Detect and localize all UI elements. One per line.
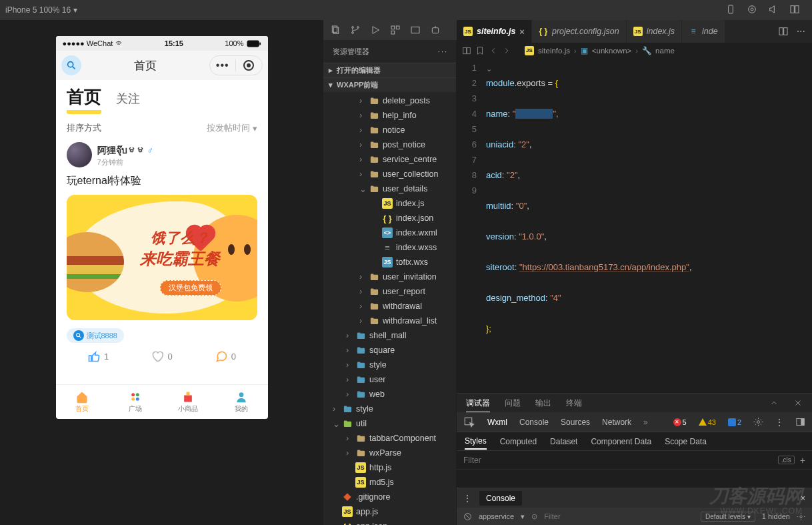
files-icon[interactable] <box>330 25 341 35</box>
tree-node[interactable]: ›user_report <box>323 284 456 299</box>
menu-dots-icon[interactable]: ••• <box>210 59 236 71</box>
tree-node[interactable]: ›shell_mall <box>323 328 456 343</box>
close-icon[interactable]: × <box>519 27 525 37</box>
tabbar-shop[interactable]: 小商品 <box>162 385 215 419</box>
tree-node[interactable]: JSmd5.js <box>323 475 456 490</box>
styletab-styles[interactable]: Styles <box>465 436 487 450</box>
add-rule-icon[interactable]: + <box>800 455 805 466</box>
cls-toggle[interactable]: .cls <box>778 456 795 464</box>
styletab-computed[interactable]: Computed <box>500 437 537 446</box>
robot-icon[interactable] <box>430 25 441 35</box>
devtab-wxml[interactable]: Wxml <box>487 418 507 427</box>
search-button[interactable] <box>61 55 81 75</box>
hidden-count[interactable]: 1 hidden <box>762 512 790 520</box>
tree-node[interactable]: ⌄util <box>323 416 456 431</box>
devtab-console[interactable]: Console <box>519 418 549 427</box>
kebab-icon[interactable]: ⋮ <box>775 418 783 427</box>
split-editor-icon[interactable] <box>778 26 789 37</box>
tree-node[interactable]: ›withdrawal <box>323 299 456 314</box>
like-button[interactable]: 1 <box>87 350 109 363</box>
styletab-component[interactable]: Component Data <box>591 437 651 446</box>
info-badge[interactable]: 2 <box>728 418 741 426</box>
forward-icon[interactable] <box>502 46 511 55</box>
gear-icon[interactable] <box>797 512 805 521</box>
breadcrumb-scope2[interactable]: name <box>655 47 675 55</box>
gear-icon[interactable] <box>753 417 763 427</box>
tree-node[interactable]: ›web <box>323 387 456 402</box>
tab-project-config[interactable]: { }project.config.json <box>532 20 627 43</box>
tree-node[interactable]: ⌄user_details <box>323 181 456 196</box>
code-editor[interactable]: 123456789 ⌄ module.exports = { name: "",… <box>457 59 812 393</box>
tree-node[interactable]: ›tabbarComponent <box>323 431 456 446</box>
element-picker-icon[interactable] <box>463 416 475 428</box>
tree-node[interactable]: ›style <box>323 358 456 372</box>
tree-node[interactable]: ≡index.wxss <box>323 240 456 255</box>
error-badge[interactable]: ✕5 <box>673 418 687 426</box>
tab-siteinfo[interactable]: JSsiteinfo.js× <box>457 20 532 43</box>
levels-dropdown[interactable]: Default levels ▾ <box>701 512 755 522</box>
tree-node[interactable]: { }app.json <box>323 519 456 525</box>
tree-node[interactable]: ›square <box>323 343 456 358</box>
tabbar-home[interactable]: 首页 <box>56 385 109 419</box>
tree-node[interactable]: <>index.wxml <box>323 225 456 240</box>
breadcrumb-scope1[interactable]: <unknown> <box>592 47 631 55</box>
terminal-icon[interactable] <box>410 25 421 35</box>
close-icon[interactable] <box>793 398 803 408</box>
styletab-scope[interactable]: Scope Data <box>665 437 707 446</box>
warning-badge[interactable]: 43 <box>699 418 716 426</box>
tree-node[interactable]: ›withdrawal_list <box>323 314 456 328</box>
tree-node[interactable]: ›user_collection <box>323 167 456 181</box>
tree-node[interactable]: JStofix.wxs <box>323 255 456 270</box>
heart-button[interactable]: 0 <box>151 350 172 363</box>
tab-output[interactable]: 输出 <box>535 398 551 409</box>
tree-node[interactable]: { }index.json <box>323 211 456 225</box>
close-ring-icon[interactable] <box>236 60 262 71</box>
device-icon[interactable] <box>725 4 736 17</box>
debug-icon[interactable] <box>370 25 381 35</box>
tree-node[interactable]: JSapp.js <box>323 504 456 519</box>
tree-node[interactable]: ›style <box>323 402 456 416</box>
more-icon[interactable]: ··· <box>438 47 448 55</box>
bookmark-icon[interactable] <box>475 46 485 55</box>
tree-node[interactable]: ›wxParse <box>323 446 456 460</box>
tree-node[interactable]: JShttp.js <box>323 460 456 475</box>
kebab-icon[interactable]: ⋮ <box>463 494 471 503</box>
tree-node[interactable]: JSindex.js <box>323 196 456 211</box>
tree-node[interactable]: .gitignore <box>323 490 456 504</box>
sort-dropdown[interactable]: 按发帖时间 ▾ <box>207 122 257 134</box>
post-tag[interactable]: 测试8888 <box>67 328 124 343</box>
devtab-sources[interactable]: Sources <box>561 418 590 427</box>
tab-terminal[interactable]: 终端 <box>566 398 582 409</box>
close-icon[interactable]: × <box>801 494 805 503</box>
console-filter[interactable]: Filter <box>544 512 560 520</box>
compare-icon[interactable] <box>462 46 471 55</box>
styletab-dataset[interactable]: Dataset <box>550 437 577 446</box>
tabbar-square[interactable]: 广场 <box>109 385 162 419</box>
devtab-network[interactable]: Network <box>602 418 631 427</box>
capsule-button[interactable]: ••• <box>209 55 263 75</box>
section-open-editors[interactable]: ▸打开的编辑器 <box>323 63 456 77</box>
branch-icon[interactable] <box>350 25 361 35</box>
stop-icon[interactable] <box>463 512 472 521</box>
tree-node[interactable]: ›delete_posts <box>323 93 456 108</box>
tree-node[interactable]: ›user_invitation <box>323 270 456 284</box>
dock-icon[interactable] <box>795 417 805 427</box>
more-icon[interactable]: ··· <box>797 25 805 37</box>
record-icon[interactable] <box>747 4 757 17</box>
device-selector[interactable]: iPhone 5 100% 16 <box>5 5 71 15</box>
tab-debugger[interactable]: 调试器 <box>466 398 490 412</box>
fold-icon[interactable]: ⌄ <box>486 61 492 77</box>
mute-icon[interactable] <box>768 4 779 17</box>
avatar[interactable] <box>67 142 92 167</box>
chevron-up-icon[interactable] <box>769 398 779 408</box>
tab-index-js[interactable]: JSindex.js <box>627 20 682 43</box>
tree-node[interactable]: ›post_notice <box>323 137 456 152</box>
split-icon[interactable] <box>789 4 800 17</box>
tab-home[interactable]: 首页 <box>67 85 101 114</box>
breadcrumb-file[interactable]: siteinfo.js <box>538 47 570 55</box>
console-drawer-label[interactable]: Console <box>479 491 522 506</box>
context-selector[interactable]: appservice <box>479 512 514 520</box>
tab-problems[interactable]: 问题 <box>505 398 521 409</box>
tree-node[interactable]: ›help_info <box>323 108 456 123</box>
back-icon[interactable] <box>489 46 498 55</box>
